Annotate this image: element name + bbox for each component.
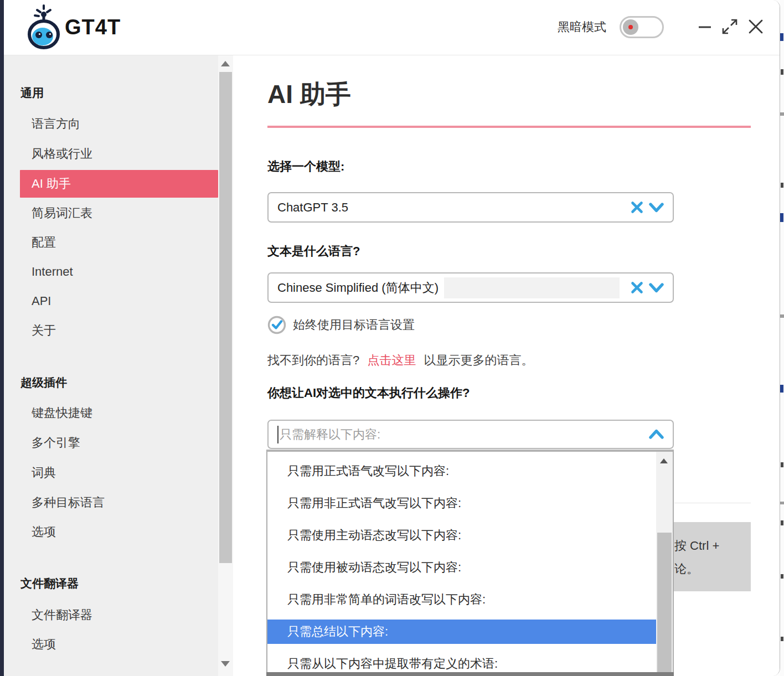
sidebar-item-options-plugins[interactable]: 选项: [4, 522, 218, 542]
minimize-icon: [697, 19, 713, 34]
dark-mode-label: 黑暗模式: [558, 19, 606, 35]
titlebar: GT4T 黑暗模式: [4, 0, 780, 55]
scroll-up-arrow-icon[interactable]: [221, 61, 230, 66]
text-caret: [277, 426, 278, 443]
app-logo: GT4T: [26, 4, 121, 50]
dropdown-option[interactable]: 只需用非常简单的词语改写以下内容:: [267, 584, 656, 616]
sidebar-item-internet[interactable]: Internet: [4, 262, 218, 282]
dropdown-bottom-edge: [266, 672, 674, 676]
close-icon: [746, 17, 765, 36]
main-panel: AI 助手 选择一个模型: ChatGPT 3.5 文本是什么语言? Chine…: [234, 55, 780, 676]
robot-logo-icon: [26, 4, 61, 50]
dropdown-option-highlighted[interactable]: 只需总结以下内容:: [267, 620, 656, 644]
dropdown-option[interactable]: 只需使用主动语态改写以下内容:: [267, 519, 656, 551]
model-value: ChatGPT 3.5: [277, 200, 348, 215]
sidebar-item-options-file[interactable]: 选项: [4, 634, 218, 654]
action-label: 你想让AI对选中的文本执行什么操作?: [267, 385, 470, 401]
sidebar-item-simple-glossary[interactable]: 简易词汇表: [4, 203, 218, 223]
action-placeholder: 只需解释以下内容:: [280, 426, 380, 443]
scroll-down-arrow-icon[interactable]: [221, 661, 230, 667]
action-combobox[interactable]: 只需解释以下内容:: [267, 420, 674, 449]
checkbox-checked-icon[interactable]: [267, 316, 286, 334]
help-prefix: 找不到你的语言?: [267, 353, 359, 367]
sidebar-section-super-plugins: 超级插件: [20, 373, 67, 393]
window-left-edge: [0, 0, 4, 676]
page-title: AI 助手: [267, 78, 351, 112]
sidebar-item-about[interactable]: 关于: [4, 321, 218, 340]
action-dropdown-list: 只需用正式语气改写以下内容: 只需用非正式语气改写以下内容: 只需使用主动语态改…: [266, 450, 674, 676]
help-text: 找不到你的语言? 点击这里 以显示更多的语言。: [267, 352, 534, 369]
clear-icon[interactable]: [631, 281, 643, 294]
sidebar-item-multiple-target-languages[interactable]: 多种目标语言: [4, 493, 218, 513]
sidebar-item-language-direction[interactable]: 语言方向: [4, 114, 218, 134]
dropdown-scrollbar[interactable]: [656, 452, 673, 676]
title-underline: [267, 126, 751, 128]
background-info-box: 按 Ctrl + 论。: [673, 522, 751, 591]
sidebar-item-api[interactable]: API: [4, 291, 218, 311]
sidebar-item-multiple-engines[interactable]: 多个引擎: [4, 433, 218, 453]
scroll-up-arrow-icon[interactable]: [660, 458, 668, 463]
background-divider: [674, 503, 751, 503]
checkbox-label: 始终使用目标语言设置: [293, 317, 415, 333]
target-language-checkbox-row[interactable]: 始终使用目标语言设置: [267, 316, 415, 334]
toggle-knob: [623, 19, 638, 35]
model-select[interactable]: ChatGPT 3.5: [267, 192, 674, 223]
language-label: 文本是什么语言?: [267, 243, 360, 260]
sidebar-section-file-translator: 文件翻译器: [20, 574, 79, 594]
model-label: 选择一个模型:: [267, 158, 344, 175]
language-select[interactable]: Chinese Simplified (简体中文): [267, 272, 674, 303]
dropdown-option[interactable]: 只需用正式语气改写以下内容:: [267, 455, 656, 487]
dropdown-scrollbar-thumb[interactable]: [657, 533, 672, 676]
dropdown-option[interactable]: 只需用非正式语气改写以下内容:: [267, 487, 656, 519]
background-window-edge: [780, 0, 784, 676]
sidebar-scrollbar-thumb[interactable]: [219, 72, 232, 563]
sidebar-item-keyboard-shortcuts[interactable]: 键盘快捷键: [4, 403, 218, 423]
sidebar-item-ai-assistant[interactable]: AI 助手: [20, 170, 218, 198]
close-button[interactable]: [746, 17, 766, 37]
dropdown-option[interactable]: 只需使用被动语态改写以下内容:: [267, 551, 656, 584]
app-window: GT4T 黑暗模式: [0, 0, 780, 676]
selection-highlight: [444, 277, 620, 298]
background-text-line2: 论。: [674, 561, 699, 577]
sidebar-item-config[interactable]: 配置: [4, 233, 218, 252]
help-suffix: 以显示更多的语言。: [424, 353, 534, 367]
more-languages-link[interactable]: 点击这里: [367, 353, 416, 367]
sidebar-item-style-or-industry[interactable]: 风格或行业: [4, 144, 218, 164]
maximize-button[interactable]: [720, 17, 740, 37]
language-value: Chinese Simplified (简体中文): [277, 280, 439, 296]
sidebar-section-general: 通用: [20, 83, 44, 103]
minimize-button[interactable]: [695, 17, 715, 37]
expand-icon: [721, 18, 739, 35]
chevron-up-icon[interactable]: [649, 428, 664, 441]
clear-icon[interactable]: [631, 201, 643, 214]
sidebar-scrollbar[interactable]: [218, 55, 233, 676]
sidebar: 通用 语言方向 风格或行业 AI 助手 简易词汇表 配置 Internet AP…: [4, 55, 218, 676]
sidebar-item-file-translator[interactable]: 文件翻译器: [4, 605, 218, 625]
chevron-down-icon[interactable]: [649, 201, 664, 214]
sidebar-item-dictionary[interactable]: 词典: [4, 463, 218, 483]
chevron-down-icon[interactable]: [649, 281, 664, 294]
toggle-red-dot: [628, 25, 633, 29]
app-name: GT4T: [65, 16, 121, 39]
dark-mode-toggle[interactable]: [620, 16, 664, 38]
background-text-line1: 按 Ctrl +: [674, 538, 719, 554]
